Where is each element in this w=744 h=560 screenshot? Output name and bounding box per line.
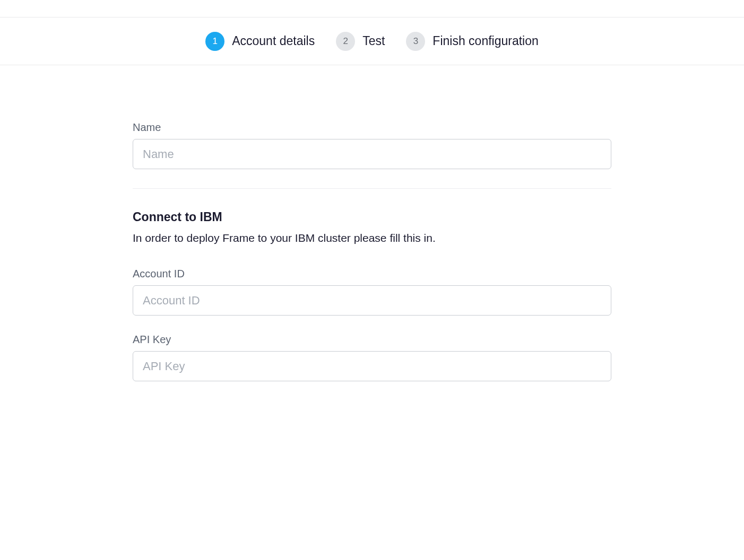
name-input[interactable] [133, 139, 611, 169]
step-number-badge: 3 [406, 32, 425, 51]
api-key-label: API Key [133, 334, 611, 346]
account-id-input[interactable] [133, 285, 611, 316]
api-key-input[interactable] [133, 351, 611, 381]
connect-subtext: In order to deploy Frame to your IBM clu… [133, 232, 611, 244]
field-group-api-key: API Key [133, 334, 611, 381]
step-label: Test [362, 34, 385, 48]
step-label: Account details [232, 34, 315, 48]
form-container: Name Connect to IBM In order to deploy F… [133, 65, 611, 381]
step-account-details[interactable]: 1 Account details [205, 32, 315, 51]
field-group-name: Name [133, 121, 611, 169]
account-id-label: Account ID [133, 268, 611, 280]
stepper-bar: 1 Account details 2 Test 3 Finish config… [0, 18, 744, 65]
step-label: Finish configuration [432, 34, 538, 48]
section-divider [133, 188, 611, 189]
field-group-account-id: Account ID [133, 268, 611, 316]
name-label: Name [133, 121, 611, 134]
step-test[interactable]: 2 Test [336, 32, 385, 51]
step-finish-configuration[interactable]: 3 Finish configuration [406, 32, 538, 51]
connect-heading: Connect to IBM [133, 210, 611, 224]
step-number-badge: 1 [205, 32, 224, 51]
top-spacer [0, 0, 744, 18]
step-number-badge: 2 [336, 32, 355, 51]
